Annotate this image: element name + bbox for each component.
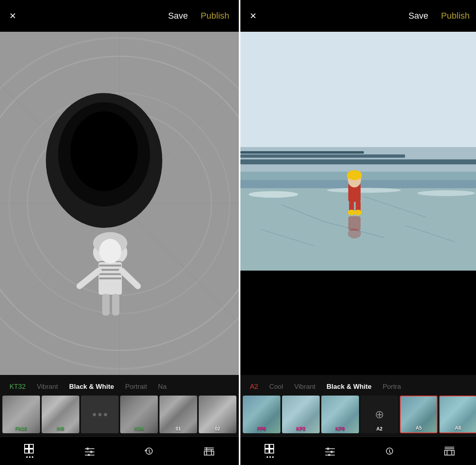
dot-3 bbox=[104, 413, 107, 416]
svg-point-30 bbox=[86, 448, 89, 450]
svg-rect-72 bbox=[265, 444, 269, 448]
dot bbox=[32, 456, 33, 458]
left-filter-fn16-label: FN16 bbox=[2, 426, 40, 432]
left-publish-button[interactable]: Publish bbox=[201, 11, 229, 21]
right-category-portrait[interactable]: Portra bbox=[377, 383, 407, 391]
svg-point-77 bbox=[327, 448, 329, 450]
right-filter-area: A2 Cool Vibrant Black & White Portra FP8… bbox=[240, 375, 476, 436]
right-category-cool[interactable]: Cool bbox=[264, 383, 289, 391]
svg-point-60 bbox=[327, 188, 401, 192]
dot-2 bbox=[98, 413, 102, 416]
left-filter-01[interactable]: 01 bbox=[159, 396, 197, 433]
svg-rect-26 bbox=[29, 444, 33, 448]
svg-point-71 bbox=[348, 229, 361, 238]
right-close-button[interactable]: × bbox=[250, 10, 256, 21]
left-category-na[interactable]: Na bbox=[152, 383, 172, 391]
dot bbox=[272, 456, 274, 458]
right-filter-a2-label: A2 bbox=[361, 426, 398, 432]
right-filter-fp8-label: FP8 bbox=[243, 426, 280, 432]
svg-rect-46 bbox=[240, 32, 476, 163]
svg-rect-51 bbox=[240, 154, 405, 158]
left-filter-ih5[interactable]: IH5 bbox=[42, 396, 79, 433]
left-toolbar-revert[interactable] bbox=[144, 446, 155, 456]
right-publish-button[interactable]: Publish bbox=[441, 11, 470, 21]
svg-rect-20 bbox=[112, 294, 119, 315]
svg-point-12 bbox=[70, 111, 138, 191]
left-filter-fn16[interactable]: FN16 bbox=[2, 396, 40, 433]
svg-point-68 bbox=[348, 209, 355, 215]
svg-rect-19 bbox=[102, 294, 110, 315]
right-toolbar-dots bbox=[267, 456, 274, 458]
svg-rect-17 bbox=[99, 273, 121, 275]
right-category-vibrant[interactable]: Vibrant bbox=[289, 383, 321, 391]
dot bbox=[267, 456, 268, 458]
left-filter-kx4[interactable]: KX4 bbox=[120, 396, 158, 433]
svg-point-81 bbox=[328, 454, 330, 456]
svg-point-61 bbox=[417, 190, 475, 196]
left-category-kt32[interactable]: KT32 bbox=[4, 383, 31, 391]
svg-point-69 bbox=[355, 209, 362, 215]
svg-rect-25 bbox=[25, 444, 29, 448]
left-save-button[interactable]: Save bbox=[168, 11, 188, 21]
right-category-bw[interactable]: Black & White bbox=[321, 383, 377, 391]
left-category-bw[interactable]: Black & White bbox=[63, 383, 119, 391]
left-filter-ih5-label: IH5 bbox=[42, 426, 79, 432]
right-filter-kp9[interactable]: KP9 bbox=[321, 396, 359, 433]
left-close-button[interactable]: × bbox=[10, 10, 16, 21]
svg-marker-36 bbox=[144, 449, 148, 451]
left-category-vibrant[interactable]: Vibrant bbox=[31, 383, 64, 391]
right-filter-a8[interactable]: A8 bbox=[439, 396, 476, 433]
svg-rect-75 bbox=[270, 449, 274, 453]
left-toolbar-export[interactable] bbox=[203, 446, 215, 456]
right-filter-a5-label: A5 bbox=[401, 425, 437, 431]
right-filter-kp2[interactable]: KP2 bbox=[282, 396, 320, 433]
dot bbox=[26, 456, 28, 458]
svg-rect-74 bbox=[265, 449, 269, 453]
svg-rect-50 bbox=[240, 159, 476, 164]
dot bbox=[29, 456, 31, 458]
right-filter-thumbnails: FP8 KP2 KP9 A2 A5 bbox=[240, 396, 476, 433]
right-filter-fp8[interactable]: FP8 bbox=[243, 396, 280, 433]
left-filter-02[interactable]: 02 bbox=[199, 396, 236, 433]
left-photo-area bbox=[0, 32, 239, 375]
revert-icon bbox=[144, 446, 155, 456]
right-filter-a8-label: A8 bbox=[440, 425, 476, 431]
dot bbox=[269, 456, 271, 458]
svg-rect-18 bbox=[99, 277, 121, 279]
right-save-button[interactable]: Save bbox=[409, 11, 428, 21]
dot-1 bbox=[93, 413, 96, 416]
left-toolbar-adjust[interactable] bbox=[84, 446, 95, 456]
right-header-actions: Save Publish bbox=[409, 11, 470, 21]
svg-rect-42 bbox=[204, 451, 214, 455]
right-toolbar-filters[interactable] bbox=[265, 444, 276, 458]
left-toolbar-dots bbox=[26, 456, 33, 458]
right-category-a2[interactable]: A2 bbox=[244, 383, 264, 391]
svg-point-32 bbox=[90, 451, 92, 453]
svg-rect-16 bbox=[99, 269, 121, 271]
sliders-icon bbox=[84, 446, 95, 456]
left-toolbar bbox=[0, 436, 239, 465]
left-filter-kx4-label: KX4 bbox=[120, 426, 158, 432]
left-filter-kt32[interactable] bbox=[81, 396, 119, 433]
right-toolbar-adjust[interactable] bbox=[324, 446, 336, 456]
left-category-portrait[interactable]: Portrait bbox=[120, 383, 153, 391]
right-header: × Save Publish bbox=[240, 0, 476, 32]
left-toolbar-filters[interactable] bbox=[24, 444, 35, 458]
svg-line-84 bbox=[390, 452, 391, 453]
export-icon bbox=[203, 446, 215, 456]
right-photo-color bbox=[240, 32, 476, 375]
left-filter-area: KT32 Vibrant Black & White Portrait Na F… bbox=[0, 375, 239, 436]
svg-rect-27 bbox=[25, 449, 29, 453]
left-filter-02-label: 02 bbox=[199, 426, 236, 432]
right-filter-kp9-label: KP9 bbox=[321, 426, 359, 432]
right-toolbar-revert[interactable] bbox=[384, 446, 395, 456]
left-filter-thumbnails: FN16 IH5 KX4 0 bbox=[0, 396, 239, 433]
svg-rect-85 bbox=[445, 450, 454, 455]
svg-rect-28 bbox=[29, 449, 33, 453]
left-photo-bw bbox=[0, 32, 239, 375]
left-header-actions: Save Publish bbox=[168, 11, 229, 21]
right-toolbar-export[interactable] bbox=[444, 446, 455, 456]
right-filter-a5[interactable]: A5 bbox=[400, 396, 438, 433]
grid-icon bbox=[265, 444, 276, 453]
right-filter-a2[interactable]: A2 bbox=[361, 396, 398, 433]
